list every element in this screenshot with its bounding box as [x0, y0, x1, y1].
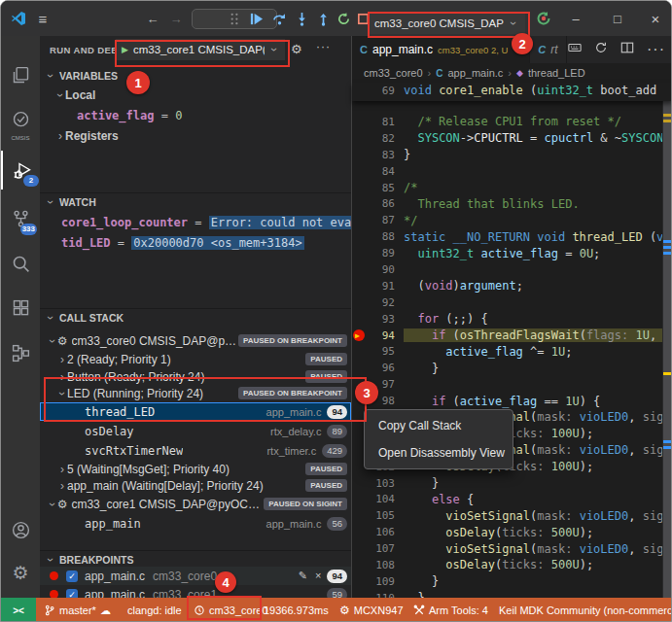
line-number[interactable]: 104: [365, 493, 404, 505]
code-text[interactable]: else {: [404, 493, 672, 506]
line-number[interactable]: 95: [365, 345, 404, 358]
code-line[interactable]: ▶94 if (osThreadFlagsWait(flags: 1U,: [352, 328, 672, 344]
step-into-icon[interactable]: [292, 9, 311, 28]
line-number[interactable]: 84: [365, 165, 404, 178]
code-line[interactable]: 91 (void)argument;: [352, 278, 672, 294]
line-number[interactable]: 92: [365, 296, 404, 309]
breadcrumb-folder[interactable]: cm33_core0: [364, 67, 423, 79]
line-number[interactable]: 81: [365, 116, 404, 128]
variables-section-header[interactable]: › VARIABLES: [40, 67, 351, 85]
code-text[interactable]: active_flag ^= 1U;: [404, 345, 672, 359]
breadcrumb[interactable]: cm33_core0 › C app_main.c › ◆ thread_LED: [352, 63, 672, 83]
code-text[interactable]: if (osThreadFlagsWait(flags: 1U,: [404, 328, 672, 342]
code-text[interactable]: SYSCON->CPUCTRL = cpuctrl & ~SYSCON: [404, 131, 672, 145]
code-text[interactable]: /* Release CPU1 from reset */: [404, 115, 672, 128]
device-status-item[interactable]: ⚙ MCXN947: [339, 598, 404, 622]
remote-indicator[interactable]: ><: [1, 598, 36, 622]
code-text[interactable]: }: [404, 476, 672, 490]
debug-settings-gear-icon[interactable]: ⚙: [291, 42, 302, 56]
code-line[interactable]: 90: [352, 261, 672, 278]
code-line[interactable]: 88static __NO_RETURN void thread_LED (v: [352, 228, 672, 245]
line-number[interactable]: 91: [365, 280, 404, 293]
line-number[interactable]: 87: [365, 214, 404, 226]
code-line[interactable]: 81 /* Release CPU1 from reset */: [352, 114, 672, 130]
code-text[interactable]: (void)argument;: [404, 279, 672, 293]
callstack-thread-row[interactable]: › 2 (Ready; Priority 1) PAUSED: [40, 350, 351, 368]
explorer-icon[interactable]: [1, 55, 40, 94]
line-number[interactable]: 107: [365, 542, 404, 555]
minimize-button[interactable]: –: [566, 9, 585, 28]
arm-tools-status-item[interactable]: Arm Tools: 4: [413, 598, 488, 622]
line-number[interactable]: 108: [365, 559, 404, 571]
callstack-frame-row[interactable]: app_main app_main.c 56: [40, 514, 351, 533]
code-line[interactable]: 69void core1_enable (uint32_t boot_add: [352, 83, 672, 99]
remove-breakpoint-icon[interactable]: ×: [315, 570, 321, 582]
line-number[interactable]: 96: [365, 362, 404, 374]
code-line[interactable]: 95 active_flag ^= 1U;: [352, 343, 672, 360]
tab-preview[interactable]: C rt: [530, 36, 566, 63]
callstack-frame-row[interactable]: thread_LED app_main.c 94: [40, 402, 351, 421]
step-out-icon[interactable]: [313, 9, 333, 28]
continue-icon[interactable]: [246, 9, 265, 28]
line-number[interactable]: 89: [365, 247, 404, 259]
line-number[interactable]: 83: [365, 149, 404, 161]
clangd-status-item[interactable]: clangd: idle: [127, 598, 182, 622]
code-line[interactable]: 84: [352, 163, 672, 180]
menu-item-copy-call-stack[interactable]: Copy Call Stack: [365, 414, 513, 437]
code-text[interactable]: }: [404, 148, 672, 161]
back-icon[interactable]: ←: [143, 9, 162, 28]
code-text[interactable]: }: [404, 362, 672, 375]
editor-scrollbar[interactable]: [662, 83, 672, 598]
maximize-button[interactable]: □: [608, 9, 627, 28]
line-number[interactable]: 88: [365, 230, 404, 243]
line-number[interactable]: 103: [365, 477, 404, 490]
step-over-icon[interactable]: [269, 9, 289, 28]
callstack-session-row[interactable]: › ⚙ cm33_core1 CMSIS_DAP@pyOCD … PAUSED …: [40, 495, 351, 513]
code-text[interactable]: void core1_enable (uint32_t boot_add: [404, 84, 672, 97]
code-line[interactable]: 92: [352, 294, 672, 311]
line-number[interactable]: 106: [365, 526, 404, 538]
hierarchy-icon[interactable]: [1, 333, 40, 372]
line-number[interactable]: 105: [365, 509, 404, 522]
views-more-icon[interactable]: ···: [316, 40, 331, 53]
code-text[interactable]: uint32_t active_flag = 0U;: [404, 247, 672, 260]
settings-gear-icon[interactable]: ⚙: [1, 553, 40, 592]
scrollbar-thumb[interactable]: [663, 83, 672, 598]
menu-icon[interactable]: ≡: [33, 9, 53, 28]
code-text[interactable]: /*: [404, 181, 672, 194]
code-line[interactable]: 105 vioSetSignal(mask: vioLED0, sig: [352, 507, 672, 524]
callstack-thread-row[interactable]: › LED (Running; Priority 24) PAUSED ON B…: [40, 384, 351, 402]
forward-icon[interactable]: →: [166, 9, 186, 28]
watch-row[interactable]: core1_loop_counter = Error: could not ev…: [40, 214, 351, 231]
watch-section-header[interactable]: › WATCH: [40, 192, 351, 210]
code-text[interactable]: vioSetSignal(mask: vioLED0, sig: [404, 542, 672, 556]
code-line[interactable]: 107 vioSetSignal(mask: vioLED0, sig: [352, 540, 672, 557]
code-line[interactable]: 104 else {: [352, 491, 672, 507]
toolbar-drag-handle[interactable]: [225, 9, 244, 28]
variables-scope-registers[interactable]: › Registers: [40, 127, 351, 145]
code-text[interactable]: osDelay(ticks: 500U);: [404, 558, 672, 571]
code-text[interactable]: Thread that blinks LED.: [404, 197, 672, 211]
line-number[interactable]: 82: [365, 132, 404, 145]
sticky-scroll-line[interactable]: 69void core1_enable (uint32_t boot_add: [352, 83, 672, 101]
restart-session-icon[interactable]: [534, 9, 553, 28]
code-text[interactable]: }: [404, 574, 672, 588]
line-number[interactable]: 85: [365, 182, 404, 194]
launch-config-selector[interactable]: ▶ cm33_core1 CMSIS_DAP( ›: [116, 39, 285, 60]
callstack-frame-row[interactable]: svcRtxTimerNew rtx_timer.c 429: [40, 441, 351, 460]
code-line[interactable]: 109 }: [352, 573, 672, 590]
line-number[interactable]: 90: [365, 263, 404, 276]
more-actions-icon[interactable]: ···: [647, 41, 665, 58]
line-number[interactable]: 93: [365, 313, 404, 326]
code-text[interactable]: for (;;) {: [404, 312, 672, 326]
code-line[interactable]: 83}: [352, 147, 672, 163]
callstack-thread-row[interactable]: › app_main (Waiting[Delay]; Priority 24)…: [40, 476, 351, 495]
code-line[interactable]: 89 uint32_t active_flag = 0U;: [352, 245, 672, 261]
line-number[interactable]: 69: [365, 85, 404, 97]
breadcrumb-file[interactable]: app_main.c: [447, 67, 503, 79]
close-button[interactable]: ×: [646, 9, 665, 28]
code-text[interactable]: vioSetSignal(mask: vioLED0, sig: [404, 509, 672, 523]
breakpoints-section-header[interactable]: › BREAKPOINTS: [40, 550, 351, 568]
core-status-item[interactable]: cm33_core0: [194, 598, 268, 622]
breakpoint-row[interactable]: ✓ app_main.c cm33_core0 ✎ × 94: [40, 567, 351, 585]
